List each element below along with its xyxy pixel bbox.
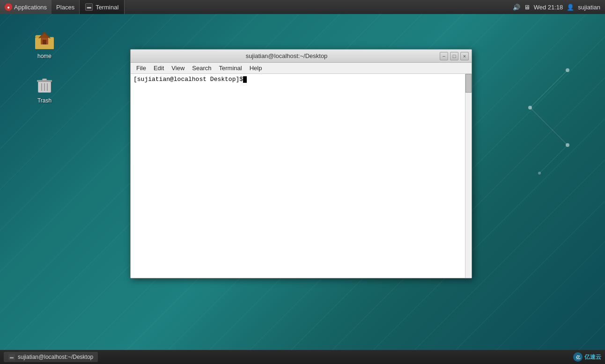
places-label: Places	[56, 4, 74, 11]
minimize-button[interactable]: −	[440, 52, 448, 60]
trash-folder-icon	[33, 73, 56, 95]
places-menu[interactable]: Places	[52, 0, 79, 14]
home-folder-icon	[33, 29, 56, 51]
title-bar: sujiatian@localhost:~/Desktop − □ ×	[131, 50, 472, 63]
menu-help[interactable]: Help	[246, 63, 266, 73]
display-icon[interactable]: 🖥	[524, 4, 530, 11]
desktop: ● Applications Places ▬ Terminal 🔊 🖥 Wed…	[0, 0, 605, 364]
svg-rect-20	[43, 79, 46, 80]
terminal-tab-label: Terminal	[96, 4, 118, 11]
menu-edit[interactable]: Edit	[150, 63, 168, 73]
applications-label: Applications	[14, 4, 47, 11]
svg-point-6	[538, 172, 541, 175]
terminal-cursor	[243, 76, 247, 83]
svg-point-3	[528, 106, 532, 109]
home-icon[interactable]: home	[26, 26, 63, 62]
applications-menu[interactable]: ● Applications	[0, 0, 52, 14]
svg-point-4	[566, 143, 569, 147]
trash-icon[interactable]: Trash	[26, 70, 63, 107]
close-button[interactable]: ×	[460, 52, 469, 60]
svg-rect-11	[43, 40, 46, 44]
window-controls: − □ ×	[440, 52, 469, 60]
username: sujiatian	[578, 4, 600, 11]
scroll-thumb[interactable]	[465, 74, 472, 93]
menu-view[interactable]: View	[168, 63, 188, 73]
terminal-prompt-line: [sujiatian@localhost Desktop]$	[133, 76, 469, 83]
taskbar-right: 🔊 🖥 Wed 21:18 👤 sujiatian	[513, 4, 605, 11]
terminal-scrollbar[interactable]	[465, 74, 472, 278]
bottom-task-item[interactable]: ▬ sujiatian@localhost:~/Desktop	[4, 352, 98, 362]
terminal-prompt: [sujiatian@localhost Desktop]$	[133, 76, 243, 83]
terminal-window: sujiatian@localhost:~/Desktop − □ × File…	[130, 49, 472, 278]
bottom-task-label: sujiatian@localhost:~/Desktop	[18, 354, 93, 360]
menu-terminal[interactable]: Terminal	[215, 63, 246, 73]
yisu-brand: 亿 亿速云	[573, 352, 601, 362]
terminal-tab[interactable]: ▬ Terminal	[79, 0, 125, 14]
svg-line-1	[530, 108, 568, 145]
bottom-right: 亿 亿速云	[573, 352, 601, 362]
bottom-task-icon: ▬	[8, 354, 15, 360]
taskbar-left: ● Applications Places ▬ Terminal	[0, 0, 125, 14]
trash-label: Trash	[37, 97, 52, 104]
app-logo-icon: ●	[5, 3, 12, 11]
menu-file[interactable]: File	[133, 63, 150, 73]
svg-text:亿: 亿	[575, 355, 581, 360]
clock: Wed 21:18	[534, 4, 563, 11]
svg-line-0	[530, 70, 568, 108]
user-icon: 👤	[567, 4, 574, 11]
terminal-tab-icon: ▬	[85, 3, 93, 11]
yisu-logo-icon: 亿	[573, 352, 583, 362]
volume-icon[interactable]: 🔊	[513, 4, 520, 11]
menu-search[interactable]: Search	[188, 63, 215, 73]
home-label: home	[37, 53, 52, 59]
taskbar-bottom: ▬ sujiatian@localhost:~/Desktop 亿 亿速云	[0, 350, 605, 364]
desktop-decoration	[502, 47, 586, 178]
taskbar-top: ● Applications Places ▬ Terminal 🔊 🖥 Wed…	[0, 0, 605, 14]
terminal-content[interactable]: [sujiatian@localhost Desktop]$	[131, 74, 472, 278]
window-title: sujiatian@localhost:~/Desktop	[133, 52, 440, 59]
maximize-button[interactable]: □	[450, 52, 458, 60]
brand-label: 亿速云	[584, 353, 601, 361]
svg-line-5	[539, 145, 568, 173]
terminal-menu-bar: File Edit View Search Terminal Help	[131, 63, 472, 74]
svg-point-2	[566, 68, 569, 72]
